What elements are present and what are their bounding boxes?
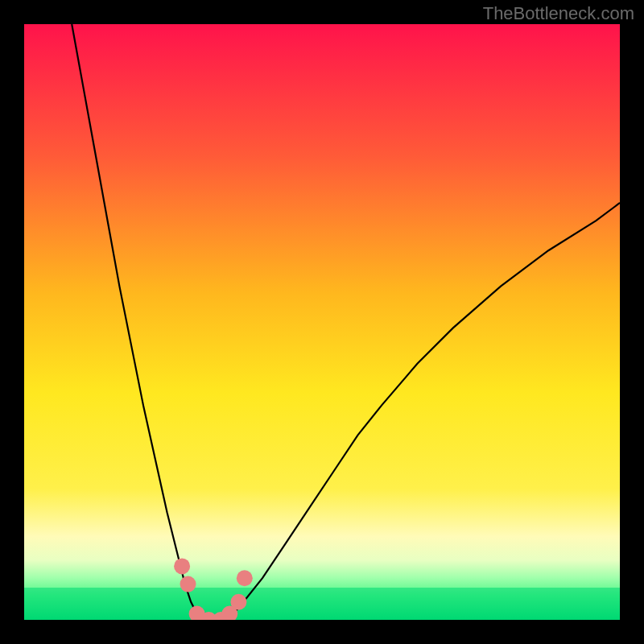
green-band: [24, 588, 620, 620]
chart-plot-area: [24, 24, 620, 620]
valley-marker: [174, 558, 190, 574]
valley-marker: [230, 594, 246, 610]
gradient-background: [24, 24, 620, 620]
watermark-text: TheBottleneck.com: [483, 3, 634, 24]
valley-marker: [180, 576, 196, 592]
chart-svg: [24, 24, 620, 620]
valley-marker: [237, 570, 253, 586]
